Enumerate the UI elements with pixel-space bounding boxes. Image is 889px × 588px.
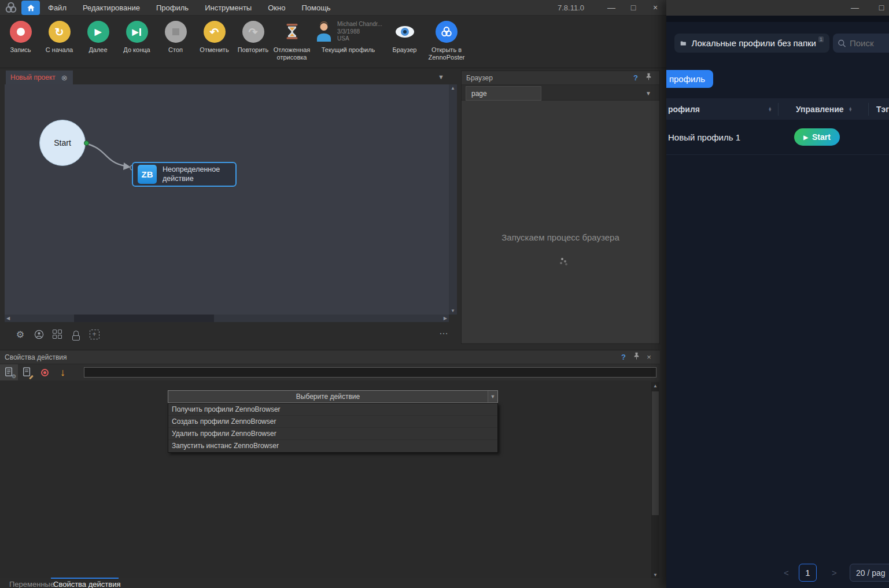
prev-page-icon[interactable]: <: [784, 568, 789, 578]
option-run-instance[interactable]: Запустить инстанс ZennoBrowser: [168, 440, 497, 452]
sort-icon[interactable]: ▲▼: [768, 107, 772, 112]
active-tab-indicator: [51, 578, 119, 579]
profiles-window-header-strip: [666, 16, 889, 22]
record-button[interactable]: Запись: [1, 16, 40, 68]
menu-file[interactable]: Файл: [40, 3, 75, 12]
move-down-button[interactable]: ↓: [54, 364, 72, 380]
menu-tools[interactable]: Инструменты: [197, 3, 260, 12]
sort-icon[interactable]: ▲▼: [849, 107, 853, 112]
grid-view-icon[interactable]: [51, 328, 63, 340]
tab-list-caret-icon[interactable]: ▼: [438, 73, 444, 80]
start-profile-button[interactable]: ▶ Start: [794, 128, 840, 146]
action-node-label: Неопределенное действие: [163, 165, 226, 183]
scroll-down-icon[interactable]: ▼: [449, 308, 457, 313]
next-page-icon[interactable]: >: [832, 568, 837, 578]
play-to-end-icon: ▶: [126, 21, 148, 43]
action-select-combobox[interactable]: Выберите действие ▼: [168, 390, 498, 403]
tab-page[interactable]: page: [466, 86, 541, 101]
scroll-up-icon[interactable]: ▲: [651, 383, 659, 389]
redo-button[interactable]: ↷ Повторить: [234, 16, 272, 68]
chevron-down-icon[interactable]: ▼: [488, 391, 497, 402]
browser-label: Браузер: [385, 46, 424, 54]
loading-spinner-icon: [561, 258, 563, 260]
edit-doc-button[interactable]: [18, 364, 36, 380]
flowchart-canvas[interactable]: Start ZB Неопределенное действие: [5, 84, 449, 315]
start-node[interactable]: Start: [39, 120, 86, 166]
search-input[interactable]: [850, 38, 884, 48]
option-delete-profiles[interactable]: Удалить профили ZennoBrowser: [168, 428, 497, 440]
add-block-icon[interactable]: +: [88, 328, 100, 340]
record-action-button[interactable]: [36, 364, 54, 380]
create-profile-button[interactable]: профиль: [666, 70, 713, 88]
next-label: Далее: [79, 46, 117, 54]
maximize-button[interactable]: □: [870, 3, 889, 12]
minimize-button[interactable]: —: [600, 3, 622, 12]
menu-help[interactable]: Помощь: [293, 3, 338, 12]
tab-action-properties[interactable]: Свойства действия: [53, 580, 120, 588]
connector-edge: [5, 84, 449, 315]
search-box[interactable]: [833, 34, 889, 53]
chevron-down-icon[interactable]: ▼: [645, 90, 651, 97]
eye-icon: [394, 21, 416, 43]
browser-button[interactable]: Браузер: [385, 16, 424, 68]
table-row[interactable]: Новый профиль 1 ▶ Start: [666, 120, 889, 155]
column-profile-name[interactable]: рофиля: [668, 105, 700, 114]
help-icon[interactable]: ?: [617, 353, 630, 361]
scroll-up-icon[interactable]: ▲: [449, 86, 457, 91]
undo-button[interactable]: ↶ Отменить: [195, 16, 234, 68]
deferred-render-button[interactable]: Отложенная отрисовка: [272, 16, 311, 68]
tab-new-project[interactable]: Новый проект ⊗: [6, 71, 73, 84]
column-tags[interactable]: Тэг: [876, 105, 889, 114]
next-button[interactable]: ▶ Далее: [79, 16, 117, 68]
properties-vertical-scrollbar[interactable]: ▲ ▼: [651, 382, 659, 579]
profile-small-icon[interactable]: [33, 328, 45, 340]
settings-gear-icon[interactable]: ⚙: [14, 328, 26, 340]
properties-toolbar: ⚙ ↓: [0, 364, 660, 380]
scroll-left-icon[interactable]: ◀: [6, 316, 10, 321]
pin-icon[interactable]: [630, 352, 643, 362]
folder-selector[interactable]: Локальные профили без папки 1: [674, 34, 829, 53]
close-panel-icon[interactable]: ×: [643, 353, 655, 361]
lock-icon[interactable]: [70, 328, 82, 340]
pin-icon[interactable]: [642, 73, 655, 83]
close-tab-icon[interactable]: ⊗: [61, 73, 68, 82]
browser-status-message: Запускаем процесс браузера: [462, 232, 659, 242]
page-size-select[interactable]: 20 / pag: [850, 564, 889, 582]
profile-info: Michael Chandr... 3/3/1988 USA: [337, 21, 382, 43]
restart-button[interactable]: ↻ С начала: [40, 16, 79, 68]
redo-label: Повторить: [234, 46, 272, 54]
menu-edit[interactable]: Редактирование: [75, 3, 148, 12]
column-management[interactable]: Управление: [796, 105, 844, 114]
action-settings-doc-button[interactable]: ⚙: [0, 364, 18, 380]
maximize-button[interactable]: □: [622, 3, 644, 12]
minimize-button[interactable]: —: [844, 3, 866, 12]
menu-profile[interactable]: Профиль: [148, 3, 197, 12]
option-get-profiles[interactable]: Получить профили ZennoBrowser: [168, 404, 497, 416]
menu-window[interactable]: Окно: [260, 3, 293, 12]
zennobrowser-badge-icon: ZB: [138, 165, 157, 184]
canvas-horizontal-scrollbar[interactable]: ◀ ▶: [5, 315, 449, 322]
scroll-right-icon[interactable]: ▶: [444, 316, 447, 321]
browser-panel-header: Браузер ?: [462, 71, 659, 85]
close-button[interactable]: ×: [644, 3, 666, 12]
option-create-profiles[interactable]: Создать профили ZennoBrowser: [168, 416, 497, 428]
scrollbar-thumb[interactable]: [74, 315, 214, 322]
open-in-zennoposter-button[interactable]: Открыть в ZennoPoster: [424, 16, 469, 68]
action-name-input[interactable]: [84, 367, 656, 378]
action-node[interactable]: ZB Неопределенное действие: [132, 162, 237, 187]
start-button-label: Start: [812, 132, 831, 142]
run-to-end-button[interactable]: ▶ До конца: [117, 16, 156, 68]
help-icon[interactable]: ?: [629, 73, 642, 82]
menu-bar: Файл Редактирование Профиль Инструменты …: [0, 0, 666, 16]
current-page-button[interactable]: 1: [799, 564, 817, 582]
tab-variables[interactable]: Переменные: [9, 580, 54, 588]
scroll-down-icon[interactable]: ▼: [651, 572, 659, 578]
more-options-icon[interactable]: …: [439, 326, 449, 336]
current-profile-button[interactable]: Michael Chandr... 3/3/1988 USA Текущий п…: [311, 16, 385, 68]
record-label: Запись: [1, 46, 40, 54]
canvas-vertical-scrollbar[interactable]: ▲ ▼: [449, 84, 457, 315]
home-button[interactable]: [21, 1, 40, 15]
start-node-output-port[interactable]: [84, 140, 89, 146]
stop-button[interactable]: Стоп: [156, 16, 195, 68]
scrollbar-thumb[interactable]: [652, 391, 659, 515]
